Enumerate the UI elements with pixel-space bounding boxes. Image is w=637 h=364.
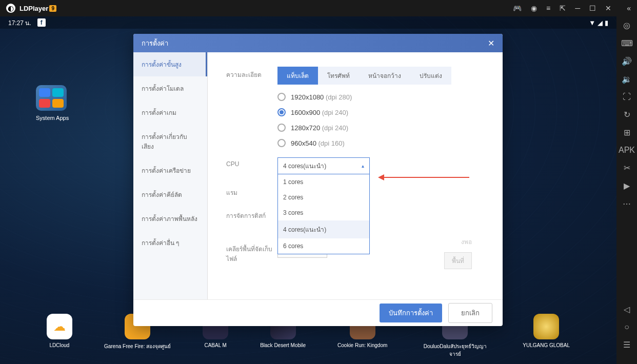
dock-item[interactable]: LDCloud bbox=[47, 314, 72, 358]
resolution-tabs: แท็บเล็ต โทรศัพท์ หน้าจอกว้าง ปรับแต่ง bbox=[277, 67, 484, 85]
gamepad-icon[interactable]: 🎮 bbox=[513, 4, 522, 12]
app-name: LDPlayer bbox=[19, 5, 48, 12]
close-window-icon[interactable]: ✕ bbox=[605, 4, 611, 12]
cpu-dropdown-menu: 1 cores 2 cores 3 cores 4 cores(แนะนำ) 6… bbox=[277, 174, 370, 254]
right-toolbar: ◎ ⌨ 🔊 🔉 ⛶ ↻ ⊞ APK ✂ ▶ ⋯ ◁ ○ ☰ bbox=[616, 16, 637, 364]
keyboard-icon[interactable]: ⌨ bbox=[621, 38, 633, 48]
sidebar-item-shortcut[interactable]: การตั้งค่าคีย์ลัด bbox=[133, 183, 207, 207]
tab-tablet[interactable]: แท็บเล็ต bbox=[277, 67, 318, 85]
maximize-icon[interactable]: ☐ bbox=[589, 4, 596, 12]
compass-icon[interactable]: ◎ bbox=[623, 21, 630, 30]
volume-up-icon[interactable]: 🔊 bbox=[622, 56, 632, 66]
resolution-label: ความละเอียด bbox=[226, 67, 277, 79]
ram-label: แรม bbox=[226, 185, 277, 197]
back-nav-icon[interactable]: ◁ bbox=[624, 305, 630, 314]
modal-header: การตั้งค่า ✕ bbox=[133, 34, 503, 52]
cpu-option[interactable]: 6 cores bbox=[278, 238, 369, 254]
clear-cache-label: เคลียร์พื้นที่จัดเก็บไฟล์ bbox=[226, 241, 277, 264]
settings-content: ความละเอียด แท็บเล็ต โทรศัพท์ หน้าจอกว้า… bbox=[208, 52, 503, 299]
fullscreen-icon[interactable]: ⛶ bbox=[623, 92, 631, 102]
video-icon[interactable]: ▶ bbox=[624, 181, 630, 191]
ghost-button: พื้นที่ bbox=[444, 252, 472, 269]
app-titlebar: LDPlayer 9 🎮 ◉ ≡ ⇱ ─ ☐ ✕ « bbox=[0, 0, 637, 16]
cpu-dropdown-trigger[interactable]: 4 cores(แนะนำ) ▴ bbox=[277, 157, 370, 174]
home-nav-icon[interactable]: ○ bbox=[624, 322, 629, 332]
chevron-up-icon: ▴ bbox=[362, 163, 364, 169]
sidebar-item-advanced[interactable]: การตั้งค่าขั้นสูง bbox=[133, 52, 207, 76]
sidebar-item-model[interactable]: การตั้งค่าโมเดล bbox=[133, 76, 207, 100]
collapse-icon[interactable]: « bbox=[627, 4, 631, 12]
recent-nav-icon[interactable]: ☰ bbox=[623, 340, 630, 350]
sidebar-item-wallpaper[interactable]: การตั้งค่าภาพพื้นหลัง bbox=[133, 207, 207, 231]
version-badge: 9 bbox=[49, 5, 56, 12]
cpu-option[interactable]: 1 cores bbox=[278, 174, 369, 190]
android-status-bar: 17:27 น. f ▼ ◢ ▮ bbox=[0, 16, 616, 29]
sidebar-item-network[interactable]: การตั้งค่าเครือข่าย bbox=[133, 158, 207, 183]
modal-footer: บันทึกการตั้งค่า ยกเลิก bbox=[133, 299, 503, 326]
cpu-option[interactable]: 4 cores(แนะนำ) bbox=[278, 220, 369, 238]
wifi-icon: ▼ bbox=[589, 19, 595, 27]
sidebar-item-audio[interactable]: การตั้งค่าเกี่ยวกับเสียง bbox=[133, 125, 207, 158]
refresh-icon[interactable]: ↻ bbox=[624, 110, 630, 119]
cpu-option[interactable]: 3 cores bbox=[278, 205, 369, 220]
add-icon[interactable]: ⊞ bbox=[624, 128, 630, 137]
menu-icon[interactable]: ≡ bbox=[546, 4, 550, 12]
signal-icon: ◢ bbox=[598, 19, 603, 27]
save-button[interactable]: บันทึกการตั้งค่า bbox=[380, 304, 442, 322]
minimize-icon[interactable]: ─ bbox=[575, 4, 580, 12]
settings-modal: การตั้งค่า ✕ การตั้งค่าขั้นสูง การตั้งค่… bbox=[133, 34, 503, 326]
disk-label: การจัดการดิสก์ bbox=[226, 208, 277, 220]
volume-down-icon[interactable]: 🔉 bbox=[622, 74, 632, 84]
system-apps-folder[interactable] bbox=[36, 85, 67, 111]
more-icon[interactable]: ⋯ bbox=[623, 199, 631, 209]
ghost-text: งพอ bbox=[461, 237, 472, 247]
resolution-option[interactable]: 1600x900 (dpi 240) bbox=[277, 108, 484, 116]
cpu-option[interactable]: 2 cores bbox=[278, 190, 369, 205]
tab-phone[interactable]: โทรศัพท์ bbox=[318, 67, 359, 85]
sidebar-item-game[interactable]: การตั้งค่าเกม bbox=[133, 100, 207, 125]
settings-sidebar: การตั้งค่าขั้นสูง การตั้งค่าโมเดล การตั้… bbox=[133, 52, 208, 299]
cpu-label: CPU bbox=[226, 157, 277, 168]
tab-custom[interactable]: ปรับแต่ง bbox=[410, 67, 451, 85]
resolution-option[interactable]: 1920x1080 (dpi 280) bbox=[277, 93, 484, 101]
link-icon[interactable]: ⇱ bbox=[560, 4, 566, 12]
folder-label: System Apps bbox=[36, 115, 69, 121]
cut-icon[interactable]: ✂ bbox=[624, 163, 630, 173]
sidebar-item-other[interactable]: การตั้งค่าอื่น ๆ bbox=[133, 231, 207, 255]
resolution-option[interactable]: 1280x720 (dpi 240) bbox=[277, 124, 484, 132]
resolution-option[interactable]: 960x540 (dpi 160) bbox=[277, 139, 484, 147]
arrow-annotation bbox=[382, 177, 469, 178]
app-logo-icon bbox=[6, 4, 15, 13]
status-time: 17:27 น. bbox=[8, 18, 31, 28]
tab-wide[interactable]: หน้าจอกว้าง bbox=[359, 67, 410, 85]
facebook-icon: f bbox=[37, 18, 46, 27]
close-icon[interactable]: ✕ bbox=[488, 38, 494, 48]
battery-icon: ▮ bbox=[605, 19, 608, 27]
dock-item[interactable]: YULGANG GLOBAL bbox=[523, 314, 570, 358]
apk-icon[interactable]: APK bbox=[619, 146, 635, 155]
user-icon[interactable]: ◉ bbox=[531, 4, 537, 12]
cancel-button[interactable]: ยกเลิก bbox=[448, 303, 492, 323]
cpu-dropdown[interactable]: 4 cores(แนะนำ) ▴ 1 cores 2 cores 3 cores… bbox=[277, 157, 370, 174]
modal-title: การตั้งค่า bbox=[142, 38, 168, 49]
